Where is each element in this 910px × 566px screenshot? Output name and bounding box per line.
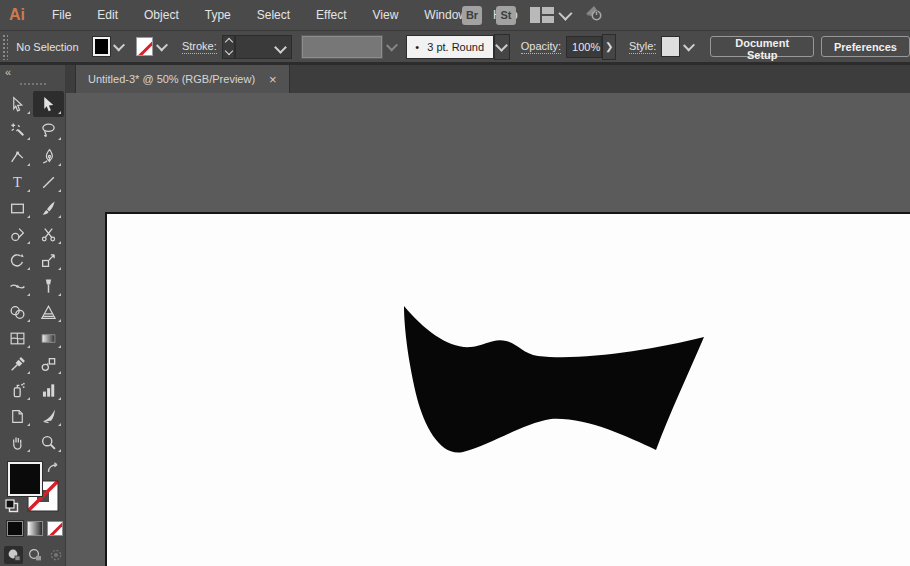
slice-tool[interactable] <box>33 403 64 429</box>
menubar-right-icons: Br St <box>462 0 605 30</box>
stroke-color-swatch[interactable] <box>136 37 153 56</box>
draw-normal-icon[interactable] <box>4 546 23 564</box>
width-tool[interactable] <box>2 273 33 299</box>
swap-fill-stroke-icon[interactable] <box>46 461 60 479</box>
type-tool[interactable]: T <box>2 169 33 195</box>
brush-chevron-button[interactable] <box>494 34 510 60</box>
black-blob-path <box>404 306 704 453</box>
preferences-button[interactable]: Preferences <box>821 36 910 57</box>
curvature-tool[interactable] <box>2 143 33 169</box>
document-tab[interactable]: Untitled-3* @ 50% (RGB/Preview) × <box>75 65 290 93</box>
gradient-tool[interactable] <box>33 325 64 351</box>
tool-grid: T <box>2 91 64 455</box>
menu-edit[interactable]: Edit <box>84 0 131 30</box>
menu-object[interactable]: Object <box>131 0 192 30</box>
select-chevron-icon <box>274 41 287 54</box>
stroke-weight-select[interactable] <box>235 35 292 59</box>
stock-icon[interactable]: St <box>496 6 516 25</box>
opacity-label[interactable]: Opacity: <box>521 40 561 54</box>
selection-tool[interactable] <box>33 91 64 117</box>
document-tab-title: Untitled-3* @ 50% (RGB/Preview) <box>88 73 255 85</box>
scale-tool[interactable] <box>33 247 64 273</box>
collapse-panel-icon[interactable]: « <box>5 66 10 78</box>
close-icon[interactable]: × <box>269 73 277 86</box>
opacity-expand-button[interactable]: ❯ <box>602 34 616 60</box>
mesh-tool[interactable] <box>2 325 33 351</box>
style-label[interactable]: Style: <box>629 40 657 54</box>
shape-builder-tool[interactable] <box>2 299 33 325</box>
fill-color-swatch[interactable] <box>93 37 110 56</box>
rotate-tool[interactable] <box>2 247 33 273</box>
direct-selection-tool[interactable] <box>2 91 33 117</box>
canvas-area[interactable] <box>66 93 910 566</box>
style-chevron-icon[interactable] <box>683 39 695 51</box>
lasso-tool[interactable] <box>33 117 64 143</box>
paint-style-buttons <box>0 521 66 545</box>
menu-effect[interactable]: Effect <box>303 0 359 30</box>
selection-status: No Selection <box>16 41 87 53</box>
paintbrush-tool[interactable] <box>33 195 64 221</box>
chevron-down-icon <box>558 7 572 21</box>
pen-tool[interactable] <box>33 143 64 169</box>
panel-grip[interactable] <box>19 82 47 87</box>
fill-chevron-icon[interactable] <box>113 39 125 51</box>
magic-wand-tool[interactable] <box>2 117 33 143</box>
perspective-grid-tool[interactable] <box>33 299 64 325</box>
none-button[interactable] <box>47 521 63 536</box>
panel-grip[interactable] <box>2 34 8 60</box>
chevron-down-icon <box>495 39 508 52</box>
menu-view[interactable]: View <box>360 0 412 30</box>
line-segment-tool[interactable] <box>33 169 64 195</box>
column-graph-tool[interactable] <box>33 377 64 403</box>
width-profile-select[interactable] <box>301 35 383 59</box>
menu-file[interactable]: File <box>39 0 84 30</box>
document-tab-bar: Untitled-3* @ 50% (RGB/Preview) × <box>66 65 910 94</box>
gradient-button[interactable] <box>27 521 43 536</box>
drawing-mode-buttons <box>0 544 66 566</box>
fill-stroke-proxy <box>0 459 66 521</box>
style-swatch[interactable] <box>661 36 680 57</box>
shaper-tool[interactable] <box>2 221 33 247</box>
draw-inside-icon[interactable] <box>46 546 65 564</box>
document-setup-button[interactable]: Document Setup <box>710 36 814 57</box>
opacity-input[interactable]: 100% <box>566 36 602 58</box>
puppet-warp-tool[interactable] <box>33 273 64 299</box>
step-up-icon[interactable] <box>224 38 232 46</box>
workspace-switcher[interactable] <box>530 7 569 23</box>
rectangle-tool[interactable] <box>2 195 33 221</box>
tools-panel: « <box>0 65 66 566</box>
fill-proxy-swatch[interactable] <box>8 462 42 496</box>
blend-tool[interactable] <box>33 351 64 377</box>
scissors-tool[interactable] <box>33 221 64 247</box>
vector-shape[interactable] <box>66 93 910 566</box>
control-bar: No Selection Stroke: • 3 pt. Round Opaci… <box>0 31 910 62</box>
width-profile-chevron-icon[interactable] <box>386 39 398 51</box>
default-fill-stroke-icon[interactable] <box>5 499 19 517</box>
menu-select[interactable]: Select <box>244 0 303 30</box>
menu-bar: Ai File Edit Object Type Select Effect V… <box>0 0 910 31</box>
step-down-icon[interactable] <box>224 47 232 55</box>
eyedropper-tool[interactable] <box>2 351 33 377</box>
brush-definition-value: 3 pt. Round <box>427 41 484 53</box>
workspace-layout-icon <box>530 7 554 23</box>
brush-dot-icon: • <box>415 41 419 53</box>
svg-text:T: T <box>13 174 22 190</box>
color-button[interactable] <box>7 521 23 536</box>
zoom-tool[interactable] <box>33 429 64 455</box>
stroke-weight-stepper[interactable] <box>222 35 236 59</box>
stroke-chevron-icon[interactable] <box>156 39 168 51</box>
stroke-weight-label[interactable]: Stroke: <box>182 40 217 54</box>
menu-type[interactable]: Type <box>192 0 244 30</box>
brush-definition-select[interactable]: • 3 pt. Round <box>406 35 493 59</box>
illustrator-window: Ai File Edit Object Type Select Effect V… <box>0 0 910 566</box>
draw-behind-icon[interactable] <box>25 546 44 564</box>
hand-tool[interactable] <box>2 429 33 455</box>
gpu-performance-icon[interactable] <box>583 4 605 26</box>
artboard-tool[interactable] <box>2 403 33 429</box>
bridge-icon[interactable]: Br <box>462 6 482 25</box>
app-logo-icon: Ai <box>9 6 25 24</box>
symbol-sprayer-tool[interactable] <box>2 377 33 403</box>
